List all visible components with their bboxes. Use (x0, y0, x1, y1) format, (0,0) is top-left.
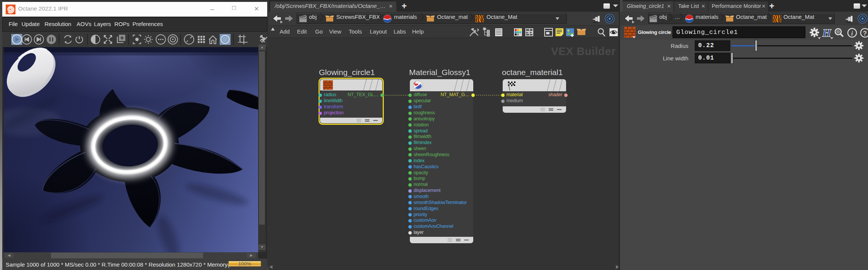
svg-text:?: ? (863, 30, 867, 37)
svg-text:H: H (822, 27, 832, 39)
svg-text:i: i (851, 30, 853, 37)
